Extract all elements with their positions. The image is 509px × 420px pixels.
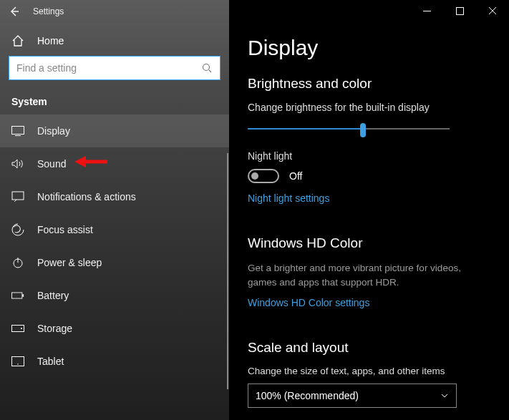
nav-item-storage[interactable]: Storage: [0, 312, 229, 345]
nightlight-label: Night light: [248, 150, 490, 162]
back-button[interactable]: [6, 3, 23, 20]
brightness-label: Change brightness for the built-in displ…: [248, 102, 490, 113]
svg-rect-5: [22, 294, 24, 297]
nav-item-power-sleep[interactable]: Power & sleep: [0, 246, 229, 279]
nav-label: Tablet: [37, 356, 64, 367]
nightlight-toggle-row: Off: [248, 169, 490, 183]
svg-point-0: [203, 64, 210, 71]
nav-label: Battery: [37, 290, 69, 301]
window-controls: [229, 0, 509, 23]
svg-rect-2: [12, 192, 24, 200]
app-title: Settings: [33, 6, 64, 16]
svg-rect-4: [11, 293, 21, 298]
nav-label: Power & sleep: [37, 257, 102, 268]
scale-selected: 100% (Recommended): [256, 390, 359, 401]
titlebar-left: Settings: [0, 0, 229, 23]
nav-item-focus-assist[interactable]: Focus assist: [0, 213, 229, 246]
nav-item-notifications[interactable]: Notifications & actions: [0, 180, 229, 213]
nav-item-battery[interactable]: Battery: [0, 279, 229, 312]
tablet-icon: [11, 355, 24, 368]
hdcolor-heading: Windows HD Color: [248, 235, 490, 251]
scale-label: Change the size of text, apps, and other…: [248, 366, 490, 376]
power-icon: [11, 256, 24, 269]
focus-assist-icon: [11, 223, 24, 236]
home-button[interactable]: Home: [0, 23, 229, 56]
storage-icon: [11, 322, 24, 335]
page-title: Display: [248, 36, 490, 60]
nightlight-settings-link[interactable]: Night light settings: [248, 192, 329, 204]
scrollbar[interactable]: [227, 153, 228, 389]
main-panel: Display Brightness and color Change brig…: [229, 0, 509, 420]
scale-dropdown[interactable]: 100% (Recommended): [248, 384, 457, 408]
sidebar: Settings Home System Display: [0, 0, 229, 420]
brightness-heading: Brightness and color: [248, 76, 490, 92]
close-button[interactable]: [476, 0, 509, 21]
minimize-icon: [423, 7, 431, 15]
battery-icon: [11, 289, 24, 302]
content: Display Brightness and color Change brig…: [229, 23, 509, 420]
search-input[interactable]: [16, 62, 201, 74]
search-icon: [201, 62, 213, 74]
sound-icon: [11, 157, 24, 170]
arrow-left-icon: [8, 5, 21, 18]
nav-label: Focus assist: [37, 224, 93, 235]
maximize-button[interactable]: [443, 0, 476, 21]
nav-label: Sound: [37, 158, 66, 170]
maximize-icon: [456, 7, 464, 15]
nightlight-state: Off: [289, 170, 302, 182]
nav-item-tablet[interactable]: Tablet: [0, 345, 229, 378]
slider-fill: [248, 128, 363, 130]
nav-label: Display: [37, 125, 70, 137]
display-icon: [11, 124, 24, 137]
nav-label: Notifications & actions: [37, 191, 136, 202]
toggle-knob: [251, 172, 258, 180]
home-label: Home: [37, 35, 64, 47]
section-label: System: [0, 89, 229, 114]
search-container: [0, 56, 229, 89]
nightlight-toggle[interactable]: [248, 169, 279, 183]
notifications-icon: [11, 190, 24, 203]
chevron-down-icon: [440, 391, 449, 400]
svg-point-9: [17, 363, 19, 365]
svg-rect-10: [456, 7, 463, 14]
search-box[interactable]: [9, 56, 220, 80]
home-icon: [11, 34, 24, 47]
settings-window: Settings Home System Display: [0, 0, 509, 420]
scale-heading: Scale and layout: [248, 340, 490, 356]
hdcolor-description: Get a brighter and more vibrant picture …: [248, 261, 490, 289]
nav-label: Storage: [37, 323, 72, 334]
nav-item-sound[interactable]: Sound: [0, 147, 229, 180]
brightness-slider[interactable]: [248, 120, 450, 137]
nav-list: Display Sound Notifications & actions Fo…: [0, 114, 229, 420]
close-icon: [488, 6, 497, 15]
svg-rect-1: [12, 127, 24, 135]
nav-item-display[interactable]: Display: [0, 114, 229, 147]
minimize-button[interactable]: [410, 0, 443, 21]
svg-point-7: [21, 328, 22, 329]
hdcolor-settings-link[interactable]: Windows HD Color settings: [248, 297, 369, 308]
slider-thumb[interactable]: [360, 123, 366, 137]
